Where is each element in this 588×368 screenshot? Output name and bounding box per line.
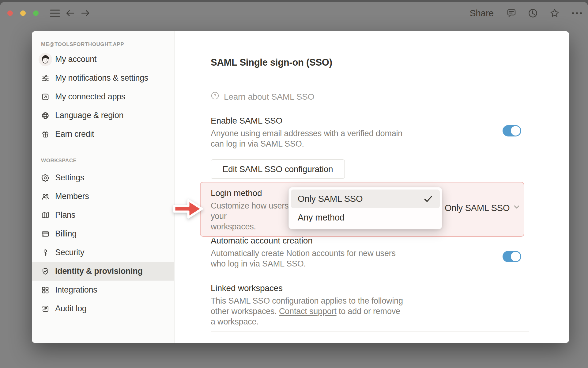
checkmark-icon bbox=[423, 194, 433, 204]
toggle-knob bbox=[511, 252, 520, 261]
share-button[interactable]: Share bbox=[468, 8, 495, 18]
login-method-select[interactable]: Only SAML SSO bbox=[445, 203, 521, 213]
zoom-window-button[interactable] bbox=[33, 10, 39, 16]
sidebar-item-label: My account bbox=[55, 55, 96, 64]
svg-text:?: ? bbox=[214, 93, 216, 98]
auto-account-toggle[interactable] bbox=[503, 251, 521, 262]
user-avatar bbox=[39, 53, 52, 66]
sidebar-item-label: Identity & provisioning bbox=[55, 266, 143, 276]
annotation-arrow-icon bbox=[172, 196, 204, 223]
map-icon bbox=[41, 211, 50, 220]
learn-link-label: Learn about SAML SSO bbox=[224, 92, 314, 102]
workspace-section-header: WORKSPACE bbox=[41, 158, 174, 164]
sidebar-item-language-region[interactable]: Language & region bbox=[32, 106, 174, 125]
sidebar-item-connected-apps[interactable]: My connected apps bbox=[32, 87, 174, 106]
more-options-icon[interactable] bbox=[571, 12, 582, 15]
sidebar-item-billing[interactable]: Billing bbox=[32, 224, 174, 243]
sidebar-item-label: My connected apps bbox=[55, 92, 125, 102]
dropdown-option-only-saml-sso[interactable]: Only SAML SSO bbox=[291, 190, 440, 208]
sidebar-item-label: Security bbox=[55, 248, 84, 257]
page-title: SAML Single sign-on (SSO) bbox=[211, 57, 332, 68]
settings-content: SAML Single sign-on (SSO) ? Learn about … bbox=[175, 31, 569, 343]
sidebar-item-identity-provisioning[interactable]: Identity & provisioning bbox=[32, 262, 174, 281]
sidebar-item-notifications-settings[interactable]: My notifications & settings bbox=[32, 69, 174, 87]
connected-apps-icon bbox=[41, 93, 50, 101]
grid-icon bbox=[41, 286, 50, 294]
credit-card-icon bbox=[41, 230, 50, 238]
sidebar-item-label: Audit log bbox=[55, 304, 86, 313]
window-controls bbox=[7, 10, 39, 16]
sidebar-item-label: My notifications & settings bbox=[55, 73, 148, 83]
account-section-header: ME@TOOLSFORTHOUGHT.APP bbox=[41, 41, 174, 48]
key-icon bbox=[41, 248, 50, 257]
globe-icon bbox=[41, 111, 50, 120]
minimize-window-button[interactable] bbox=[20, 10, 26, 16]
shield-check-icon bbox=[41, 267, 50, 276]
sidebar-item-label: Integrations bbox=[55, 285, 97, 295]
gift-icon bbox=[41, 130, 50, 139]
sidebar-item-settings[interactable]: Settings bbox=[32, 168, 174, 187]
back-icon[interactable] bbox=[65, 8, 75, 18]
chevron-down-icon bbox=[513, 203, 521, 213]
close-window-button[interactable] bbox=[7, 10, 13, 16]
learn-about-saml-link[interactable]: ? Learn about SAML SSO bbox=[211, 91, 314, 102]
sidebar-item-label: Settings bbox=[55, 173, 84, 182]
sidebar-item-earn-credit[interactable]: Earn credit bbox=[32, 125, 174, 144]
history-clock-icon[interactable] bbox=[528, 8, 538, 18]
linked-workspaces-description: This SAML SSO configuration applies to t… bbox=[211, 296, 403, 327]
favorite-star-icon[interactable] bbox=[549, 8, 560, 18]
sidebar-item-members[interactable]: Members bbox=[32, 187, 174, 206]
login-method-heading: Login method bbox=[211, 188, 262, 198]
divider bbox=[211, 80, 529, 80]
sidebar-item-integrations[interactable]: Integrations bbox=[32, 281, 174, 299]
sidebar-item-plans[interactable]: Plans bbox=[32, 206, 174, 224]
dropdown-option-label: Any method bbox=[298, 213, 345, 223]
edit-saml-config-button[interactable]: Edit SAML SSO configuration bbox=[211, 159, 345, 179]
settings-modal: ME@TOOLSFORTHOUGHT.APP My account My not… bbox=[32, 31, 569, 343]
enable-sso-heading: Enable SAML SSO bbox=[211, 116, 282, 126]
login-method-dropdown: Only SAML SSO Any method bbox=[288, 187, 442, 229]
menu-icon[interactable] bbox=[50, 8, 60, 18]
help-circle-icon: ? bbox=[211, 91, 219, 102]
sidebar-item-security[interactable]: Security bbox=[32, 243, 174, 262]
comments-icon[interactable] bbox=[507, 8, 516, 18]
contact-support-link[interactable]: Contact support bbox=[279, 307, 337, 316]
sidebar-item-label: Plans bbox=[55, 210, 75, 220]
settings-sidebar: ME@TOOLSFORTHOUGHT.APP My account My not… bbox=[32, 31, 175, 343]
auto-account-heading: Automatic account creation bbox=[211, 236, 313, 246]
forward-icon[interactable] bbox=[80, 8, 91, 18]
sidebar-item-audit-log[interactable]: Audit log bbox=[32, 299, 174, 318]
login-method-selected-value: Only SAML SSO bbox=[445, 203, 510, 213]
toggle-knob bbox=[511, 126, 520, 136]
enable-sso-description: Anyone using email addresses with a veri… bbox=[211, 128, 402, 149]
members-icon bbox=[41, 192, 50, 201]
auto-account-description: Automatically create Notion accounts for… bbox=[211, 248, 396, 269]
sidebar-item-label: Language & region bbox=[55, 111, 123, 120]
sliders-icon bbox=[41, 74, 50, 82]
gear-icon bbox=[41, 174, 50, 182]
sidebar-item-label: Earn credit bbox=[55, 129, 94, 139]
sidebar-item-label: Members bbox=[55, 192, 89, 201]
sidebar-item-label: Billing bbox=[55, 229, 77, 239]
titlebar: Share bbox=[0, 2, 588, 25]
linked-workspaces-heading: Linked workspaces bbox=[211, 283, 283, 293]
enable-sso-toggle[interactable] bbox=[503, 125, 521, 136]
dropdown-option-label: Only SAML SSO bbox=[298, 194, 363, 204]
scroll-icon bbox=[41, 305, 50, 313]
dropdown-option-any-method[interactable]: Any method bbox=[291, 208, 440, 227]
divider bbox=[211, 331, 529, 332]
sidebar-item-my-account[interactable]: My account bbox=[32, 50, 174, 69]
